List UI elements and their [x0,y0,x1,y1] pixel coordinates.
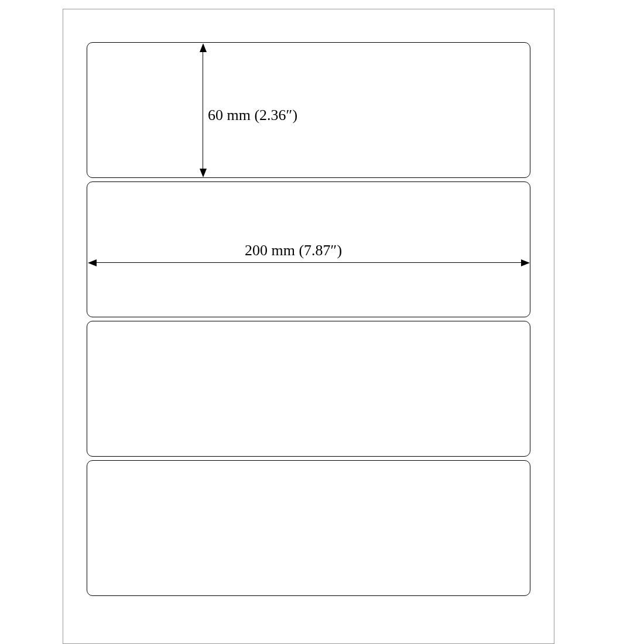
arrowhead-right-icon [521,259,530,266]
label-rect-4 [87,460,530,596]
arrowhead-left-icon [88,259,97,266]
width-dimension-label: 200 mm (7.87″) [245,242,342,259]
arrowhead-down-icon [200,169,207,177]
label-rect-1 [87,42,530,178]
height-dimension-label: 60 mm (2.36″) [208,107,297,124]
arrowhead-up-icon [200,43,207,52]
width-dimension-line [93,262,524,263]
height-dimension-line [203,48,203,172]
label-rect-3 [87,321,530,457]
